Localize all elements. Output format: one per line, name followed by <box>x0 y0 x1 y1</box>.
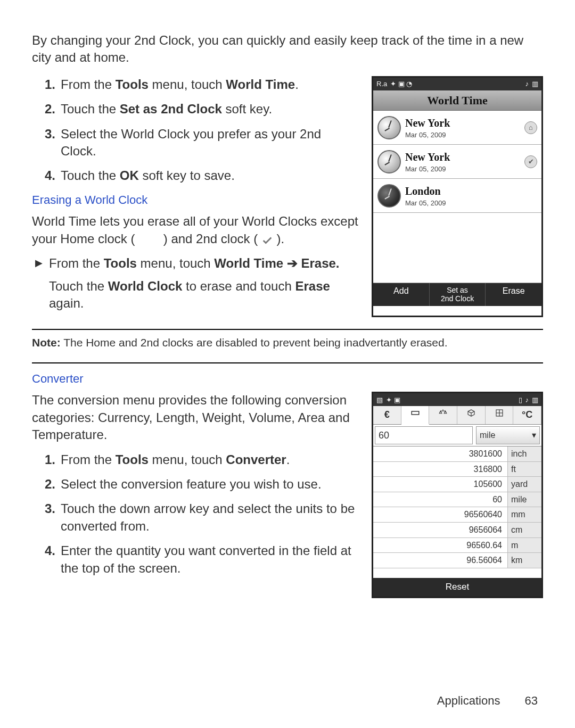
step-number: 3. <box>34 126 55 143</box>
result-row: 60mile <box>373 492 541 508</box>
cube-icon <box>466 408 476 418</box>
bold: OK <box>120 168 139 183</box>
note-label: Note: <box>32 336 61 349</box>
clock-icon <box>377 184 401 208</box>
result-row: 3801600inch <box>373 446 541 462</box>
softkey-erase[interactable]: Erase <box>486 283 541 306</box>
svg-rect-0 <box>412 411 419 415</box>
divider <box>32 362 543 363</box>
check-icon <box>261 234 273 245</box>
text: menu, touch <box>137 256 214 270</box>
tab-area[interactable] <box>486 406 514 424</box>
worldtime-phone-mock: R.a ✦ ▣ ◔ ♪ ▥ World Time New York Mar 05… <box>372 76 543 318</box>
intro-paragraph: By changing your 2nd Clock, you can quic… <box>32 32 543 67</box>
scale-icon <box>438 408 448 418</box>
result-value: 60 <box>373 492 507 507</box>
result-unit: mile <box>507 492 541 507</box>
step-text: Enter the quantity you want converted in… <box>61 543 351 575</box>
tab-currency[interactable]: € <box>373 406 401 424</box>
page-footer: Applications 63 <box>437 693 538 709</box>
step-text: menu, touch <box>149 452 226 467</box>
signal-icon: R.a <box>376 79 387 89</box>
clock-row[interactable]: New York Mar 05, 2009 ✔ <box>373 145 541 179</box>
converter-tabs: € °C <box>373 406 541 424</box>
steps-list-1: 1. From the Tools menu, touch World Time… <box>32 76 360 185</box>
note-text: The Home and 2nd clocks are disabled to … <box>61 336 448 349</box>
step-number: 4. <box>34 542 55 559</box>
result-value: 96560.64 <box>373 538 507 553</box>
step-number: 3. <box>34 500 55 517</box>
step-text: . <box>295 77 299 92</box>
step-text: . <box>286 452 290 467</box>
step-4: 4. Enter the quantity you want converted… <box>50 542 360 577</box>
result-row: 96560640mm <box>373 507 541 523</box>
erase-bullet: From the Tools menu, touch World Time ➔ … <box>32 255 360 272</box>
status-glyphs: ✦ ▣ ◔ <box>390 79 412 89</box>
converter-unit-select[interactable]: mile ▾ <box>476 426 540 444</box>
step-text: Touch the <box>61 168 120 183</box>
result-value: 9656064 <box>373 523 507 537</box>
home-icon: ⌂ <box>524 121 537 134</box>
clock-row[interactable]: London Mar 05, 2009 <box>373 179 541 213</box>
step-2: 2. Select the conversion feature you wis… <box>50 476 360 493</box>
tab-length[interactable] <box>401 406 430 424</box>
text: From the <box>49 256 104 270</box>
bold: Set as 2nd Clock <box>120 102 222 116</box>
steps-list-2: 1. From the Tools menu, touch Converter.… <box>32 451 360 577</box>
step-number: 2. <box>34 476 55 493</box>
bold: Tools <box>116 77 149 92</box>
softkey-reset[interactable]: Reset <box>373 578 541 597</box>
step-text: soft key. <box>222 102 272 116</box>
battery-icon: ▥ <box>532 79 538 89</box>
ruler-icon <box>410 408 420 418</box>
step-text: Select the conversion feature you wish t… <box>61 477 322 491</box>
footer-section: Applications <box>437 694 500 707</box>
result-row: 9656064cm <box>373 523 541 538</box>
step-text: menu, touch <box>149 77 226 92</box>
converter-value-input[interactable]: 60 <box>375 426 473 444</box>
result-value: 96560640 <box>373 507 507 522</box>
step-3: 3. Touch the down arrow key and select t… <box>50 500 360 535</box>
signal-icon: ▧ <box>376 395 383 405</box>
result-row: 316800ft <box>373 462 541 477</box>
divider <box>32 329 543 330</box>
page-number: 63 <box>525 694 538 707</box>
clock-date: Mar 05, 2009 <box>405 198 537 208</box>
softkey-add[interactable]: Add <box>373 283 430 306</box>
text: ). <box>277 231 285 246</box>
section-heading-erasing: Erasing a World Clock <box>32 192 360 208</box>
clock-date: Mar 05, 2009 <box>405 164 520 174</box>
step-text: From the <box>61 452 116 467</box>
result-unit: cm <box>507 523 541 537</box>
softkey-label: Set as <box>431 286 484 294</box>
phone-empty-area <box>373 213 541 283</box>
step-text: From the <box>61 77 116 92</box>
result-unit: inch <box>507 446 541 461</box>
tab-volume[interactable] <box>457 406 486 424</box>
section-heading-converter: Converter <box>32 371 543 387</box>
status-glyphs: ✦ ▣ <box>386 395 400 405</box>
text: to erase and touch <box>182 279 295 293</box>
step-1: 1. From the Tools menu, touch Converter. <box>50 451 360 468</box>
music-icon: ♪ <box>525 79 529 89</box>
step-number: 2. <box>34 101 55 118</box>
tab-label: °C <box>522 409 532 420</box>
clock-row[interactable]: New York Mar 05, 2009 ⌂ <box>373 111 541 145</box>
text: ) and 2nd clock ( <box>163 231 258 246</box>
clock-icon <box>377 150 401 173</box>
softkey-set-2nd-clock[interactable]: Set as 2nd Clock <box>430 283 486 306</box>
tab-weight[interactable] <box>429 406 457 424</box>
erase-paragraph: World Time lets you erase all of your Wo… <box>32 213 360 247</box>
softkey-label: 2nd Clock <box>431 295 484 303</box>
converter-paragraph: The conversion menu provides the followi… <box>32 392 360 443</box>
result-unit: yard <box>507 477 541 492</box>
result-row: 105600yard <box>373 477 541 492</box>
bold: Tools <box>116 452 149 467</box>
bold: World Time ➔ Erase. <box>214 256 339 270</box>
result-value: 96.56064 <box>373 553 507 568</box>
tab-label: € <box>384 409 390 420</box>
step-number: 1. <box>34 76 55 93</box>
tab-temperature[interactable]: °C <box>513 406 541 424</box>
clock-city: London <box>405 184 537 198</box>
result-unit: m <box>507 538 541 553</box>
